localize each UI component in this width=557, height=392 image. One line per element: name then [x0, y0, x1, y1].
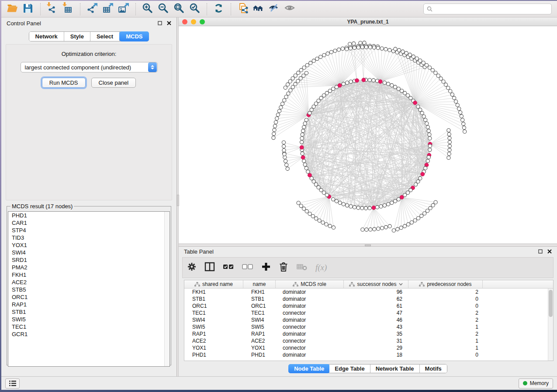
network-leaf-node[interactable] [329, 50, 333, 54]
horizontal-splitter[interactable] [179, 244, 557, 247]
network-leaf-node[interactable] [299, 69, 303, 72]
network-node[interactable] [346, 81, 349, 84]
column-header-successor-nodes[interactable]: successor nodes [344, 280, 408, 288]
refresh-button[interactable] [211, 3, 227, 16]
network-node[interactable] [422, 115, 426, 118]
network-node[interactable] [328, 89, 332, 93]
network-leaf-node[interactable] [396, 227, 399, 231]
network-leaf-node[interactable] [447, 133, 451, 136]
network-node[interactable] [368, 78, 371, 82]
network-leaf-node[interactable] [381, 226, 384, 230]
network-leaf-node[interactable] [459, 111, 462, 114]
network-leaf-node[interactable] [305, 210, 308, 213]
gear-button[interactable] [187, 262, 197, 273]
mcds-result-item[interactable]: CAR1 [8, 219, 170, 227]
network-leaf-node[interactable] [422, 61, 425, 65]
table-row[interactable]: SWI5SWI5connector431 [184, 323, 553, 330]
mcds-result-item[interactable]: STB5 [8, 286, 170, 293]
network-node[interactable] [397, 87, 400, 90]
tab-select[interactable]: Select [90, 32, 120, 41]
network-node[interactable] [414, 183, 418, 186]
network-node[interactable] [403, 91, 407, 95]
tab-edge-table[interactable]: Edge Table [329, 364, 370, 373]
network-leaf-node[interactable] [294, 83, 297, 86]
network-leaf-node[interactable] [463, 130, 467, 133]
network-leaf-node[interactable] [309, 61, 312, 65]
network-leaf-node[interactable] [318, 219, 321, 222]
network-node[interactable] [308, 111, 311, 115]
network-node[interactable] [420, 111, 424, 115]
network-node[interactable] [353, 206, 356, 209]
network-leaf-node[interactable] [281, 102, 284, 106]
network-node[interactable] [406, 191, 409, 194]
network-node[interactable] [335, 199, 338, 203]
network-leaf-node[interactable] [297, 71, 300, 75]
network-leaf-node[interactable] [286, 83, 290, 86]
network-hub-node[interactable] [413, 101, 417, 105]
network-leaf-node[interactable] [277, 109, 281, 113]
table-row[interactable]: TEC1TEC1connector472 [184, 309, 553, 316]
export-image-button[interactable] [116, 3, 131, 16]
network-leaf-node[interactable] [288, 79, 292, 83]
mcds-result-item[interactable]: STB1 [8, 308, 170, 316]
network-node[interactable] [409, 96, 412, 100]
network-hub-node[interactable] [338, 83, 342, 87]
network-leaf-node[interactable] [283, 99, 286, 102]
network-node[interactable] [406, 94, 409, 97]
network-leaf-node[interactable] [299, 76, 302, 80]
network-leaf-node[interactable] [361, 228, 364, 231]
network-leaf-node[interactable] [286, 167, 289, 170]
float-panel-icon[interactable] [157, 21, 162, 26]
network-leaf-node[interactable] [448, 144, 451, 148]
column-header-predecessor-nodes[interactable]: predecessor nodes [408, 280, 483, 288]
network-node[interactable] [356, 206, 360, 210]
network-node[interactable] [368, 206, 371, 210]
network-leaf-node[interactable] [415, 57, 419, 60]
network-hub-node[interactable] [355, 79, 359, 83]
mcds-result-list[interactable]: PHD1CAR1STP4TID3YOX1SWI4SRD1PMA2FKH1ACE2… [8, 211, 170, 367]
network-hub-node[interactable] [378, 79, 382, 83]
network-leaf-node[interactable] [434, 200, 437, 204]
network-leaf-node[interactable] [272, 136, 275, 140]
network-leaf-node[interactable] [399, 226, 403, 230]
mcds-result-item[interactable]: SWI4 [8, 249, 170, 256]
network-leaf-node[interactable] [363, 41, 366, 45]
table-row[interactable]: ACE2ACE2connector311 [184, 337, 553, 344]
network-hub-node[interactable] [300, 145, 304, 149]
network-leaf-node[interactable] [284, 86, 287, 89]
network-leaf-node[interactable] [394, 47, 397, 51]
network-leaf-node[interactable] [449, 89, 452, 93]
network-leaf-node[interactable] [403, 224, 406, 228]
mcds-result-item[interactable]: ORC1 [8, 293, 170, 301]
column-header-MCDS-role[interactable]: MCDS role [276, 280, 344, 288]
search-box[interactable] [423, 3, 552, 14]
memory-button[interactable]: Memory [519, 378, 553, 389]
splitter-grip[interactable] [365, 244, 371, 246]
network-leaf-node[interactable] [297, 201, 300, 205]
network-leaf-node[interactable] [444, 83, 447, 86]
network-leaf-node[interactable] [431, 203, 435, 207]
network-node[interactable] [383, 81, 386, 84]
network-leaf-node[interactable] [401, 50, 405, 53]
network-leaf-node[interactable] [333, 49, 337, 52]
network-hub-node[interactable] [372, 206, 376, 210]
network-node[interactable] [300, 137, 304, 140]
network-leaf-node[interactable] [312, 59, 315, 62]
network-node[interactable] [379, 205, 383, 208]
network-leaf-node[interactable] [291, 77, 294, 80]
network-leaf-node[interactable] [302, 207, 306, 210]
network-leaf-node[interactable] [305, 63, 309, 67]
table-row[interactable]: FKH1FKH1dominator962 [184, 289, 553, 296]
mcds-result-item[interactable]: YOX1 [8, 241, 170, 249]
select-all-button[interactable] [223, 263, 234, 272]
network-leaf-node[interactable] [273, 124, 277, 128]
network-leaf-node[interactable] [457, 107, 461, 110]
network-node[interactable] [317, 99, 320, 103]
network-leaf-node[interactable] [447, 129, 450, 132]
mcds-result-item[interactable]: TEC1 [8, 323, 170, 330]
close-panel-button[interactable]: Close panel [91, 78, 136, 88]
network-hub-node[interactable] [362, 78, 366, 82]
network-leaf-node[interactable] [341, 47, 344, 50]
hide-selected-button[interactable] [266, 3, 282, 16]
network-node[interactable] [428, 133, 431, 136]
